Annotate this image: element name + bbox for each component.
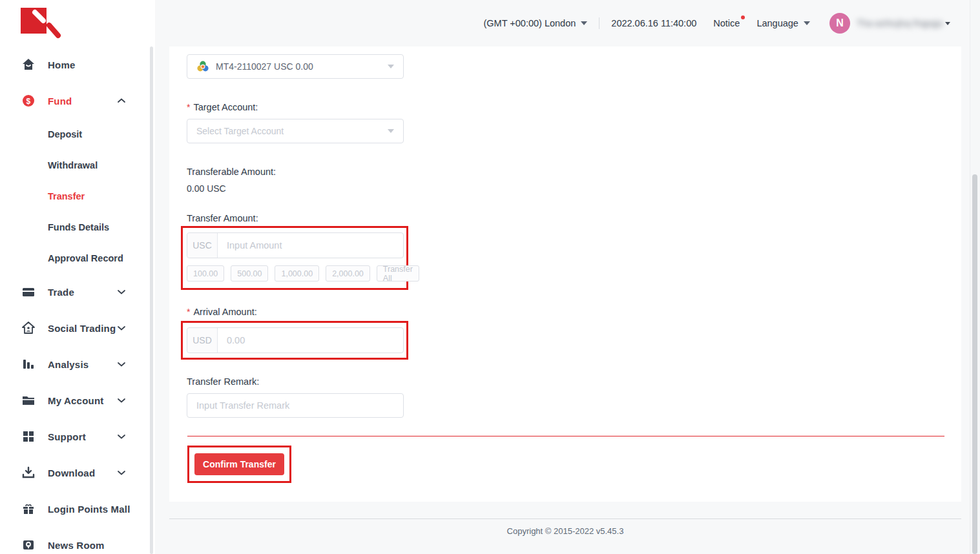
sidebar-item-my-account[interactable]: My Account [0,382,150,418]
transfer-remark-input[interactable] [187,393,404,418]
sidebar-item-transfer[interactable]: Transfer [0,181,150,212]
support-icon [22,430,35,443]
sidebar-item-trade[interactable]: Trade [0,274,150,310]
target-account-placeholder: Select Target Account [196,126,284,136]
required-asterisk: * [187,102,190,112]
chevron-down-icon [388,129,394,133]
user-menu[interactable]: N Tha-ashtujlsq lhqpqja [829,13,950,34]
sidebar-item-login-points-mall[interactable]: Login Points Mall [0,491,150,527]
chevron-down-icon [118,362,125,367]
sidebar-item-label: Fund [48,96,72,107]
page-scrollbar-track[interactable] [970,0,980,554]
sidebar-subitem-label: Transfer [48,191,85,201]
datetime-display: 2022.06.16 11:40:00 [611,18,696,28]
chevron-down-icon [118,434,125,439]
sidebar-item-download[interactable]: Download [0,455,150,491]
chevron-down-icon [118,289,125,294]
chevron-down-icon [118,325,125,331]
fund-icon: $ [22,94,35,107]
sidebar-scrollbar[interactable] [150,46,153,554]
sidebar-item-label: Download [48,467,95,478]
topbar-divider [599,17,599,29]
trade-icon [22,285,35,298]
confirm-transfer-button[interactable]: Confirm Transfer [194,453,284,475]
sidebar-item-deposit[interactable]: Deposit [0,119,150,150]
notice-link[interactable]: Notice [713,18,740,28]
timezone-label: (GMT +00:00) London [484,18,576,28]
my-account-icon [22,394,35,407]
sidebar-item-label: Home [48,59,75,70]
target-account-label: * Target Account: [187,102,961,112]
sidebar-nav: Home $ Fund Deposit Withdrawal Transfer [0,46,150,554]
transfer-remark-label: Transfer Remark: [187,376,961,387]
quick-amount-button-1000[interactable]: 1,000.00 [275,265,319,282]
sidebar-item-withdrawal[interactable]: Withdrawal [0,150,150,181]
quick-amount-button-500[interactable]: 500.00 [231,265,268,282]
required-asterisk: * [187,307,190,317]
sidebar-item-label: Social Trading [48,323,116,334]
topbar: (GMT +00:00) London 2022.06.16 11:40:00 … [155,0,970,46]
chevron-down-icon [118,398,125,403]
transferable-amount-value: 0.00 USC [187,183,961,194]
sidebar-item-label: Support [48,431,86,442]
transfer-amount-currency: USC [187,233,218,258]
quick-amount-row: 100.00 500.00 1,000.00 2,000.00 Transfer… [187,265,406,282]
sidebar-item-label: Analysis [48,359,89,370]
sidebar-item-fund[interactable]: $ Fund [0,83,150,119]
transfer-amount-input[interactable] [218,233,403,258]
gift-icon [22,502,35,515]
sidebar-subitem-label: Deposit [48,129,82,139]
arrival-amount-input[interactable] [218,328,403,353]
sidebar-item-analysis[interactable]: Analysis [0,346,150,382]
footer-divider [169,518,961,519]
sidebar-item-home[interactable]: Home [0,46,150,83]
transfer-amount-label: Transfer Amount: [187,213,961,223]
annotation-box-transfer-amount: USC 100.00 500.00 1,000.00 2,000.00 Tran… [181,226,408,290]
sidebar-item-label: My Account [48,395,103,406]
chevron-down-icon [118,470,125,475]
timezone-selector[interactable]: (GMT +00:00) London [484,18,588,28]
social-trading-icon [22,322,35,334]
red-divider-line [187,436,944,436]
sidebar-item-approval-record[interactable]: Approval Record [0,243,150,274]
sidebar-item-social-trading[interactable]: Social Trading [0,310,150,346]
home-icon [22,58,35,71]
brand-logo-icon[interactable] [21,8,63,41]
notice-label: Notice [713,18,740,28]
chevron-down-icon [388,65,394,68]
transfer-amount-input-group: USC [187,232,404,258]
annotation-box-arrival-amount: USD [181,321,408,360]
quick-amount-button-2000[interactable]: 2,000.00 [326,265,370,282]
transfer-all-button[interactable]: Transfer All [377,265,419,282]
sidebar-item-support[interactable]: Support [0,418,150,455]
arrival-amount-label: * Arrival Amount: [187,307,961,317]
avatar: N [829,13,850,34]
quick-amount-button-100[interactable]: 100.00 [187,265,224,282]
username-blurred: Tha-ashtujlsq lhqpqja [857,18,943,28]
transferable-amount-label: Transferable Amount: [187,167,961,177]
analysis-icon [22,358,35,371]
download-icon [22,466,35,479]
page-scrollbar-thumb[interactable] [972,174,977,554]
copyright-text: Copyright © 2015-2022 v5.45.3 [169,526,961,536]
svg-text:$: $ [26,97,31,106]
transfer-form-card: MT4-2110027 USC 0.00 * Target Account: S… [169,46,961,502]
sidebar: Home $ Fund Deposit Withdrawal Transfer [0,0,155,554]
language-label: Language [756,18,798,28]
arrival-amount-currency: USD [187,328,218,353]
news-room-icon [22,539,35,551]
language-selector[interactable]: Language [756,18,810,28]
sidebar-subitem-label: Approval Record [48,253,123,263]
notice-badge-dot [741,15,745,19]
source-account-value: MT4-2110027 USC 0.00 [216,61,313,72]
annotation-box-confirm: Confirm Transfer [187,446,291,483]
sidebar-item-label: Trade [48,287,74,298]
chevron-down-icon [581,21,587,25]
sidebar-item-funds-details[interactable]: Funds Details [0,212,150,243]
target-account-select[interactable]: Select Target Account [187,119,404,143]
app-window: Home $ Fund Deposit Withdrawal Transfer [0,0,980,554]
sidebar-subitem-label: Withdrawal [48,160,98,170]
source-account-select[interactable]: MT4-2110027 USC 0.00 [187,54,404,79]
chevron-down-icon [945,22,950,25]
sidebar-item-news-room[interactable]: News Room [0,527,150,554]
